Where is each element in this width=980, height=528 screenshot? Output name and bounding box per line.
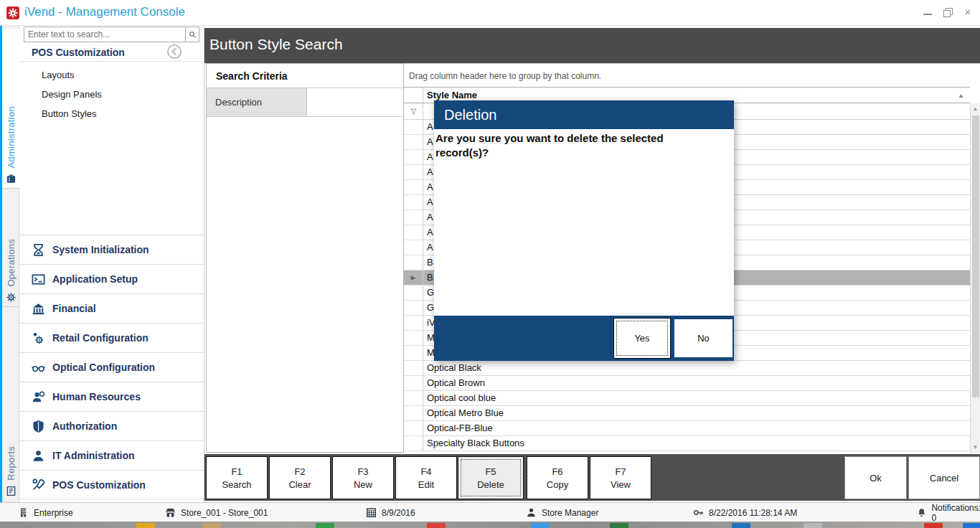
vertical-scrollbar[interactable]: ▲ ▼ [970,103,980,453]
sidebar-search-box [24,27,199,42]
close-button[interactable]: × [963,7,973,17]
function-key-label: F3 [357,466,368,477]
delete-button[interactable]: F5Delete [458,456,524,499]
search-criteria-title: Search Criteria [207,64,403,88]
sidebar-section-human-resources[interactable]: Human Resources [19,382,204,411]
copy-button[interactable]: F6Copy [527,456,588,499]
briefcase-icon [6,174,17,184]
restore-button[interactable] [943,7,953,17]
gear-icon [6,292,17,303]
row-indicator-cell [404,331,423,346]
taskbar-icon[interactable] [610,523,628,528]
sidebar-item-design-panels[interactable]: Design Panels [19,87,204,103]
search-button[interactable] [185,27,199,42]
function-button-label: Clear [288,479,311,490]
scroll-up-icon[interactable]: ▲ [971,104,980,114]
table-row[interactable]: Optical cool blue [404,391,970,406]
row-indicator-cell [404,346,423,361]
description-input[interactable] [307,88,403,116]
function-button-label: Search [222,479,251,490]
row-indicator-cell [404,436,423,451]
status-item-bell: Notifications: 0 [917,503,980,522]
tab-label: Administration [6,106,17,169]
tab-reports[interactable]: Reports [2,306,19,500]
taskbar-icon[interactable] [732,523,750,528]
sidebar-section-optical-configuration[interactable]: Optical Configuration [19,352,204,382]
hourglass-icon [32,243,45,257]
row-indicator-cell [404,240,423,255]
taskbar-icon[interactable] [924,523,943,528]
search-criteria-row: Description [207,88,403,117]
report-icon [6,486,17,496]
function-key-label: F4 [420,466,431,477]
status-label: Notifications: 0 [931,503,980,523]
sidebar-section-label: Retail Configuration [52,332,149,344]
table-row[interactable]: Optical Brown [404,376,970,391]
taskbar-icon[interactable] [804,523,822,528]
table-row[interactable]: Optical-FB-Blue [404,421,970,436]
search-icon [189,31,197,39]
person-search-icon [32,390,45,404]
sort-ascending-icon[interactable]: ▲ [958,92,964,99]
search-criteria-panel: Search Criteria Description [206,63,404,453]
minimize-button[interactable] [923,7,933,17]
no-button[interactable]: No [673,318,734,359]
new-button[interactable]: F3New [332,456,394,499]
sidebar-item-button-styles[interactable]: Button Styles [19,106,204,122]
title-bar: iVend - Management Console × [0,0,980,26]
row-indicator-cell [404,150,423,165]
taskbar-icon[interactable] [316,523,334,528]
back-arrow-icon[interactable] [166,44,182,60]
search-input[interactable] [24,27,185,42]
deletion-dialog: Deletion Are you sure you want to delete… [434,100,734,361]
status-label: 8/9/2016 [382,508,415,518]
status-label: 8/22/2016 11:28:14 AM [709,508,797,518]
sidebar-section-authorization[interactable]: Authorization [19,411,204,440]
cancel-button[interactable]: Cancel [908,456,980,499]
function-key-label: F1 [231,466,242,477]
key-icon [693,507,704,518]
search-button[interactable]: F1Search [206,456,268,499]
style-name-cell: Optical Brown [423,376,970,391]
dialog-title: Deletion [434,100,734,129]
taskbar-icon[interactable] [427,523,446,528]
side-tab-strip: AdministrationOperationsReports [0,26,19,502]
scroll-down-icon[interactable]: ▼ [971,443,980,453]
sidebar-section-it-administration[interactable]: IT Administration [19,440,204,470]
sidebar-section-financial[interactable]: Financial [19,293,204,323]
taskbar-icon[interactable] [531,523,550,528]
row-indicator-cell [404,120,423,135]
clear-button[interactable]: F2Clear [269,456,331,499]
edit-button[interactable]: F4Edit [395,456,457,499]
sidebar-section-retail-configuration[interactable]: Retail Configuration [19,323,204,352]
table-row[interactable]: Specialty Black Buttons [404,436,970,451]
view-button[interactable]: F7View [590,456,651,499]
scrollbar-thumb[interactable] [972,116,979,397]
sidebar-section-application-setup[interactable]: Application Setup [19,264,204,293]
taskbar-icon[interactable] [963,523,980,528]
table-row[interactable]: Optical Metro Blue [404,406,970,421]
sidebar-section-label: Optical Configuration [52,362,155,373]
yes-button[interactable]: Yes [613,318,671,359]
taskbar-icon[interactable] [202,523,221,528]
function-button-label: View [611,479,631,490]
style-name-cell: Specialty Black Buttons [423,436,970,451]
ok-button[interactable]: Ok [844,456,907,499]
sidebar-section-system-initialization[interactable]: System Initialization [19,235,204,264]
function-button-label: Copy [547,479,568,490]
taskbar-icon[interactable] [136,523,155,528]
sidebar-header: POS Customization [19,42,204,62]
sidebar-section-label: Authorization [52,420,117,432]
style-name-cell: Optical-FB-Blue [423,421,970,436]
tab-operations[interactable]: Operations [2,188,19,306]
tab-label: Operations [6,239,17,287]
table-row[interactable]: Optical Black [404,361,970,376]
sidebar-item-layouts[interactable]: Layouts [19,67,204,83]
row-indicator-cell [404,210,423,225]
tab-administration[interactable]: Administration [2,29,19,188]
style-name-cell: Optical Metro Blue [423,406,970,421]
app-gear-icon [6,6,19,19]
status-item-building: Enterprise [18,503,73,522]
group-by-bar[interactable]: Drag column header here to group by that… [404,64,980,87]
sidebar-section-pos-customization[interactable]: POS Customization [19,470,204,499]
